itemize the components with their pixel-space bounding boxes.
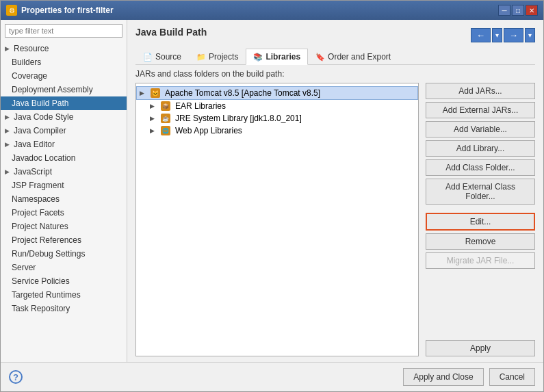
page-title: Java Build Path [135,27,207,38]
sidebar-item-label: Coverage [12,71,47,81]
tree-panel[interactable]: ▶ 🐱 Apache Tomcat v8.5 [Apache Tomcat v8… [135,83,419,356]
jars-description: JARs and class folders on the build path… [135,69,535,79]
tree-item-tomcat-label: Apache Tomcat v8.5 [Apache Tomcat v8.5] [165,88,320,98]
apply-button[interactable]: Apply [426,340,535,356]
sidebar-item-java-compiler[interactable]: ▶ Java Compiler [1,124,127,138]
sidebar-item-project-natures[interactable]: Project Natures [1,220,127,233]
forward-dropdown-button[interactable]: ▾ [525,28,535,42]
tab-libraries[interactable]: 📚 Libraries [246,49,308,65]
sidebar-item-label: Task Repository [12,304,70,313]
remove-button[interactable]: Remove [426,233,535,250]
edit-button[interactable]: Edit... [426,213,535,231]
tab-order-export[interactable]: 🔖 Order and Export [308,49,398,65]
jre-icon: ☕ [161,114,170,123]
sidebar-item-label: Deployment Assembly [12,85,93,94]
add-jars-button[interactable]: Add JARs... [426,83,535,99]
help-button[interactable]: ? [9,370,23,384]
tab-bar: 📄 Source 📁 Projects 📚 Libraries 🔖 Order … [135,49,535,65]
main-body: ▶ 🐱 Apache Tomcat v8.5 [Apache Tomcat v8… [135,83,535,356]
sidebar: ▶ Resource Builders Coverage Deployment … [1,20,127,362]
sidebar-item-project-facets[interactable]: Project Facets [1,206,127,220]
content-area: ▶ Resource Builders Coverage Deployment … [1,20,543,362]
add-library-button[interactable]: Add Library... [426,140,535,157]
sidebar-item-task-repository[interactable]: Task Repository [1,302,127,315]
sidebar-item-label: Project Natures [12,222,68,231]
sidebar-item-label: Javadoc Location [12,153,75,163]
forward-button[interactable]: → [504,28,523,42]
filter-input[interactable] [5,24,122,38]
sidebar-item-label: Java Code Style [14,112,73,122]
window-icon: ⚙ [6,5,17,16]
sidebar-item-java-build-path[interactable]: Java Build Path [1,96,127,110]
webapp-icon: 🌐 [161,126,170,135]
expand-arrow-icon: ▶ [150,115,158,122]
tree-item-jre-label: JRE System Library [jdk1.8.0_201] [175,114,302,123]
sidebar-list: ▶ Resource Builders Coverage Deployment … [1,42,127,362]
tree-item-webapp-libraries[interactable]: ▶ 🌐 Web App Libraries [136,125,418,137]
sidebar-item-label: Java Compiler [14,126,66,135]
tab-projects[interactable]: 📁 Projects [189,49,246,65]
tree-item-webapp-label: Web App Libraries [175,126,242,135]
source-tab-icon: 📄 [143,53,153,62]
add-variable-button[interactable]: Add Variable... [426,121,535,138]
tree-item-jre[interactable]: ▶ ☕ JRE System Library [jdk1.8.0_201] [136,112,418,125]
tree-item-tomcat[interactable]: ▶ 🐱 Apache Tomcat v8.5 [Apache Tomcat v8… [136,86,418,100]
sidebar-item-label: Service Policies [12,276,70,286]
bottom-bar: ? Apply and Close Cancel [1,362,543,391]
tab-projects-label: Projects [209,52,238,62]
tree-item-ear-libraries[interactable]: ▶ 📦 EAR Libraries [136,100,418,112]
add-external-class-folder-button[interactable]: Add External Class Folder... [426,179,535,205]
sidebar-item-label: Project Facets [12,208,64,218]
tomcat-icon: 🐱 [151,88,160,98]
properties-window: ⚙ Properties for first-filter ─ □ ✕ ▶ Re… [0,0,544,392]
sidebar-item-label: Project References [12,235,81,245]
sidebar-item-run-debug-settings[interactable]: Run/Debug Settings [1,247,127,261]
title-bar: ⚙ Properties for first-filter ─ □ ✕ [1,1,543,20]
tab-source-label: Source [155,52,181,62]
window-title: Properties for first-filter [21,5,114,15]
close-button[interactable]: ✕ [526,5,538,16]
main-area: Java Build Path ← ▾ → ▾ 📄 Source 📁 Proje… [127,20,543,362]
order-export-tab-icon: 🔖 [315,53,325,62]
sidebar-item-service-policies[interactable]: Service Policies [1,274,127,288]
cancel-button[interactable]: Cancel [489,368,535,386]
projects-tab-icon: 📁 [196,53,206,62]
migrate-jar-button: Migrate JAR File... [426,252,535,269]
sidebar-item-java-code-style[interactable]: ▶ Java Code Style [1,110,127,124]
sidebar-item-javascript[interactable]: ▶ JavaScript [1,165,127,179]
maximize-button[interactable]: □ [512,5,524,16]
arrow-icon: ▶ [5,45,10,52]
sidebar-item-coverage[interactable]: Coverage [1,69,127,83]
sidebar-item-deployment-assembly[interactable]: Deployment Assembly [1,83,127,96]
sidebar-item-project-references[interactable]: Project References [1,233,127,247]
sidebar-item-java-editor[interactable]: ▶ Java Editor [1,138,127,151]
expand-arrow-icon: ▶ [150,103,158,109]
tab-source[interactable]: 📄 Source [135,49,189,65]
sidebar-item-label: Java Build Path [12,99,68,108]
apply-and-close-button[interactable]: Apply and Close [403,368,483,386]
sidebar-item-targeted-runtimes[interactable]: Targeted Runtimes [1,288,127,302]
sidebar-item-jsp-fragment[interactable]: JSP Fragment [1,179,127,192]
ear-icon: 📦 [161,101,170,111]
expand-arrow-icon: ▶ [140,90,148,96]
title-controls: ─ □ ✕ [498,5,538,16]
sidebar-item-label: Builders [12,57,41,67]
add-class-folder-button[interactable]: Add Class Folder... [426,159,535,176]
arrow-icon: ▶ [5,127,10,134]
sidebar-item-namespaces[interactable]: Namespaces [1,192,127,206]
title-bar-left: ⚙ Properties for first-filter [6,5,114,16]
tree-item-ear-label: EAR Libraries [175,101,226,111]
back-button[interactable]: ← [471,28,491,42]
arrow-icon: ▶ [5,114,10,120]
nav-buttons: ← ▾ → ▾ [471,28,535,42]
sidebar-item-resource[interactable]: ▶ Resource [1,42,127,55]
arrow-icon: ▶ [5,168,10,175]
sidebar-item-builders[interactable]: Builders [1,55,127,69]
tab-libraries-label: Libraries [265,52,300,62]
sidebar-item-javadoc-location[interactable]: Javadoc Location [1,151,127,165]
minimize-button[interactable]: ─ [498,5,510,16]
sidebar-item-server[interactable]: Server [1,261,127,274]
back-dropdown-button[interactable]: ▾ [492,28,502,42]
add-external-jars-button[interactable]: Add External JARs... [426,102,535,118]
buttons-panel: Add JARs... Add External JARs... Add Var… [426,83,535,356]
